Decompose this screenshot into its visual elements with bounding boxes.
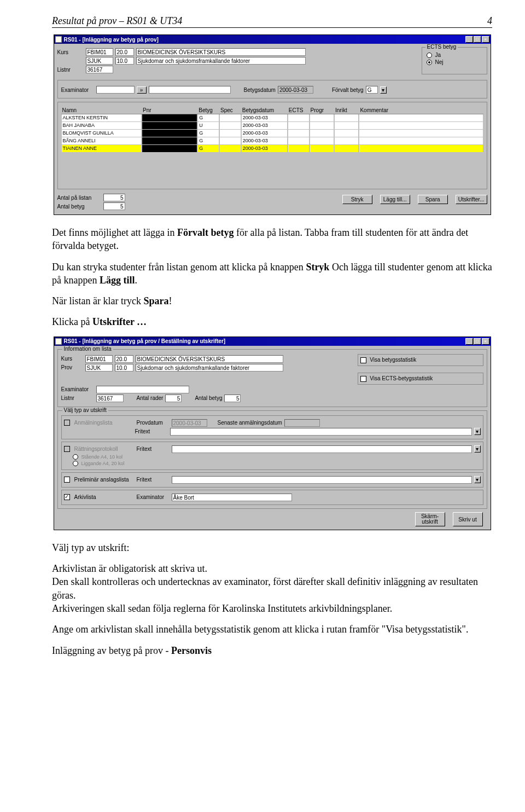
- close-button[interactable]: ×: [482, 338, 489, 345]
- spara-button[interactable]: Spara: [418, 195, 448, 204]
- header-title: Resultat på prov – RS01 & UT34: [52, 15, 182, 27]
- col-namn: Namn: [61, 107, 142, 114]
- para-arkiv: Arkivlistan är obligatorisk att skriva u…: [52, 562, 492, 615]
- titlebar: RS01 - [Inläggning av betyg på prov] _ □…: [54, 35, 491, 44]
- col-betygsdatum: Betygsdatum: [241, 107, 288, 114]
- col-ects: ECTS: [288, 107, 310, 114]
- examinator-name: [149, 86, 231, 94]
- examinator-input[interactable]: [96, 86, 135, 94]
- label-forvalt-betyg: Förvalt betyg: [332, 87, 364, 93]
- label-antal-betyg: Antal betyg: [57, 204, 101, 210]
- radio-liggande: [73, 461, 78, 466]
- prov-code: SJUK: [86, 57, 113, 65]
- prov-name: Sjukdomar och sjukdomsframkallande fakto…: [136, 57, 306, 65]
- table-row[interactable]: BLOMQVIST GUNILLAG2000-03-03: [61, 130, 483, 137]
- para-forvalt-betyg: Det finns möjlighet att lägga in Förvalt…: [52, 226, 492, 253]
- minimize-button[interactable]: _: [465, 338, 473, 345]
- para-valj: Välj typ av utskrift:: [52, 541, 492, 554]
- laggtill-button[interactable]: Lägg till...: [380, 195, 410, 204]
- para-spara: När listan är klar tryck Spara!: [52, 294, 492, 308]
- table-row[interactable]: BÅNG ANNELIG2000-03-03: [61, 137, 483, 145]
- app-window-rs01: RS01 - [Inläggning av betyg på prov] _ □…: [54, 34, 491, 215]
- para-personvis: Inläggning av betyg på prov - Personvis: [52, 644, 492, 657]
- listnr: 36167: [86, 66, 113, 73]
- fritext1-dropdown[interactable]: ▾: [474, 428, 481, 435]
- checkbox-visa-ects[interactable]: [360, 376, 366, 382]
- label-listnr: Listnr: [57, 67, 84, 73]
- fritext2-dropdown[interactable]: ▾: [474, 445, 481, 453]
- valj-groupbox: Välj typ av utskrift Anmälningslista Pro…: [57, 410, 487, 509]
- skrivut-button[interactable]: Skriv ut: [453, 512, 483, 526]
- app-icon: [55, 338, 62, 345]
- table-row[interactable]: ALKSTEN KERSTING2000-03-03: [61, 114, 483, 123]
- titlebar2: RS01 - [Inläggning av betyg på prov / Be…: [54, 337, 491, 346]
- antal-betyg: 5: [103, 202, 125, 210]
- label-kurs: Kurs: [57, 49, 84, 55]
- fritext3-dropdown[interactable]: ▾: [474, 476, 481, 483]
- radio-ja[interactable]: [427, 53, 432, 58]
- window-title2: RS01 - [Inläggning av betyg på prov / Be…: [64, 338, 465, 344]
- checkbox-visa-bs[interactable]: [360, 357, 366, 363]
- antal-listan: 5: [103, 194, 125, 201]
- label-antal-rader: Antal rader: [137, 395, 164, 401]
- forvalt-betyg-dropdown[interactable]: ▾: [380, 86, 387, 94]
- fritext2[interactable]: [172, 445, 472, 453]
- label-examinator: Examinator: [61, 87, 94, 93]
- minimize-button[interactable]: _: [465, 36, 473, 43]
- label-prov2: Prov: [61, 364, 83, 370]
- kurs-pts: 20.0: [115, 48, 134, 56]
- col-progr: Progr: [310, 107, 334, 114]
- label-betygsdatum: Betygsdatum: [244, 87, 276, 93]
- para-stryk: Du kan stryka studenter från listan geno…: [52, 260, 492, 287]
- prov-pts: 10.0: [115, 57, 134, 65]
- checkbox-anm: [64, 420, 70, 426]
- fritext1[interactable]: [170, 428, 472, 436]
- page-header: Resultat på prov – RS01 & UT34 4: [52, 15, 492, 28]
- forvalt-betyg-input[interactable]: G: [366, 86, 378, 94]
- stryk-button[interactable]: Stryk: [342, 195, 372, 204]
- table-row[interactable]: BAH JAINABAU2000-03-03: [61, 122, 483, 130]
- close-button[interactable]: ×: [482, 36, 489, 43]
- checkbox-ratt: [64, 446, 70, 452]
- skarm-button[interactable]: Skärm- utskrift: [415, 512, 445, 526]
- arkiv-examinator[interactable]: Åke Bort: [172, 494, 292, 501]
- label-examinator2: Examinator: [61, 386, 94, 392]
- table-row[interactable]: TIAINEN ANNEG2000-03-03: [61, 145, 483, 153]
- utskrifter-button[interactable]: Utskrifter...: [456, 195, 487, 204]
- para-ange: Ange om arkivlistan skall innehålla bety…: [52, 623, 492, 636]
- col-kommentar: Kommentar: [359, 107, 483, 114]
- label-listnr2: Listnr: [61, 395, 94, 401]
- app-window-utskrifter: RS01 - [Inläggning av betyg på prov / Be…: [54, 337, 491, 530]
- info-groupbox: Information om lista Kurs FBIM01 20.0 BI…: [57, 349, 487, 407]
- fritext3[interactable]: [172, 476, 472, 484]
- col-inrikt: Inrikt: [334, 107, 359, 114]
- label-kurs2: Kurs: [61, 356, 83, 362]
- checkbox-prel[interactable]: [64, 477, 70, 483]
- examinator2: [96, 386, 189, 393]
- checkbox-arkiv[interactable]: [64, 494, 70, 500]
- label-antal-listan: Antal på listan: [57, 195, 101, 201]
- page-number: 4: [487, 15, 492, 27]
- window-title: RS01 - [Inläggning av betyg på prov]: [64, 37, 465, 43]
- ects-legend: ECTS betyg: [425, 44, 458, 50]
- radio-staende: [73, 454, 78, 460]
- kurs-code: FBIM01: [86, 48, 113, 56]
- app-icon: [55, 36, 62, 43]
- ects-groupbox: ECTS betyg Ja Nej: [422, 47, 487, 74]
- label-antal-betyg2: Antal betyg: [195, 395, 222, 401]
- radio-nej[interactable]: [427, 60, 432, 65]
- maximize-button[interactable]: □: [474, 36, 481, 43]
- col-pnr: Pnr: [142, 107, 197, 114]
- col-betyg: Betyg: [197, 107, 219, 114]
- grade-table: NamnPnrBetygSpecBetygsdatumECTSProgrInri…: [61, 107, 483, 153]
- maximize-button[interactable]: □: [474, 338, 481, 345]
- betygsdatum-input[interactable]: 2000-03-03: [278, 86, 313, 94]
- examinator-lookup-button[interactable]: »: [137, 86, 147, 94]
- col-spec: Spec: [219, 107, 241, 114]
- kurs-name: BIOMEDICINSK ÖVERSIKTSKURS: [136, 48, 306, 56]
- para-utskrifter: Klicka på Utskrifter …: [52, 315, 492, 328]
